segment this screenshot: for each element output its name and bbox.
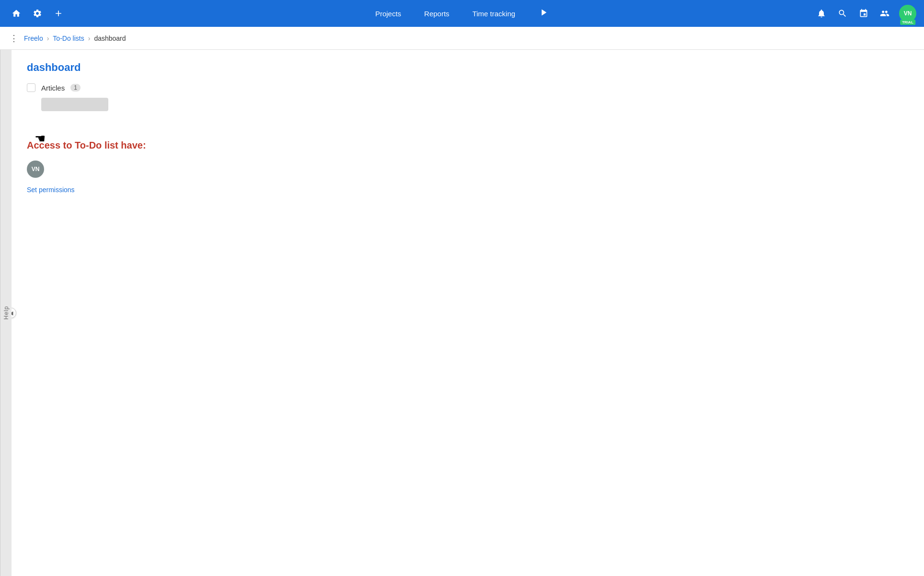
skeleton-loading-bar: [41, 98, 108, 111]
nav-left: [8, 5, 67, 22]
home-button[interactable]: [8, 5, 25, 22]
projects-nav-link[interactable]: Projects: [371, 8, 405, 20]
team-button[interactable]: [876, 5, 893, 22]
breadcrumb-separator-1: ›: [47, 35, 49, 42]
access-user-avatar[interactable]: VN: [27, 161, 44, 178]
breadcrumb-current: dashboard: [94, 35, 126, 42]
calendar-button[interactable]: [855, 5, 872, 22]
breadcrumb-separator-2: ›: [88, 35, 91, 42]
breadcrumb-bar: ⋮ Freelo › To-Do lists › dashboard: [0, 27, 924, 50]
help-label: Help: [3, 306, 10, 320]
nav-right: VN TRIAL: [813, 5, 916, 22]
time-tracking-nav-link[interactable]: Time tracking: [469, 8, 519, 20]
articles-row: Articles 1: [27, 83, 909, 92]
set-permissions-link[interactable]: Set permissions: [27, 186, 75, 194]
breadcrumb-parent[interactable]: To-Do lists: [53, 35, 84, 42]
help-sidebar[interactable]: Help: [0, 50, 12, 576]
add-button[interactable]: [50, 5, 67, 22]
main-layout: Help ◀ dashboard Articles 1 ☚ Access to …: [0, 50, 924, 576]
reports-nav-link[interactable]: Reports: [420, 8, 453, 20]
access-title: Access to To-Do list have:: [27, 140, 909, 151]
access-user-initials: VN: [32, 166, 40, 173]
top-nav: Projects Reports Time tracking: [0, 0, 924, 27]
search-button[interactable]: [834, 5, 851, 22]
articles-label: Articles: [41, 84, 65, 92]
nav-center: Projects Reports Time tracking: [371, 5, 553, 22]
settings-button[interactable]: [29, 5, 46, 22]
content-area: ◀ dashboard Articles 1 ☚ Access to To-Do…: [12, 50, 924, 576]
user-avatar[interactable]: VN TRIAL: [899, 5, 916, 22]
drag-handle-icon[interactable]: ☚: [35, 131, 46, 146]
trial-badge: TRIAL: [900, 20, 915, 25]
play-button[interactable]: [534, 5, 553, 22]
articles-checkbox[interactable]: [27, 83, 35, 92]
dashboard-title: dashboard: [27, 61, 909, 74]
articles-count-badge: 1: [70, 84, 81, 92]
breadcrumb-menu-button[interactable]: ⋮: [8, 31, 20, 46]
user-initials: VN: [904, 10, 912, 17]
notifications-button[interactable]: [813, 5, 830, 22]
collapse-arrow[interactable]: ◀: [12, 308, 16, 318]
access-section: Access to To-Do list have: VN Set permis…: [27, 140, 909, 194]
breadcrumb-root[interactable]: Freelo: [24, 35, 43, 42]
